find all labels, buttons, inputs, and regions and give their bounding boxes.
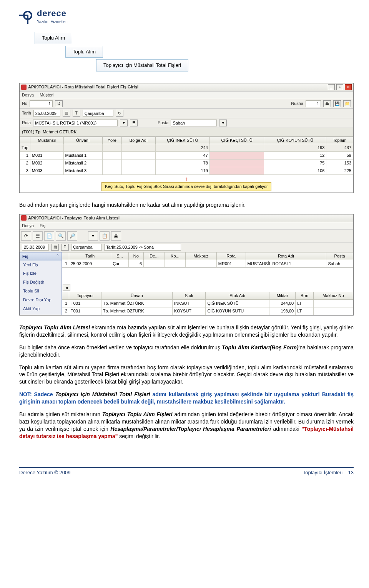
col-keci[interactable]: ÇİĞ KEÇİ SÜTÜ [209, 136, 264, 144]
menu-dosya[interactable]: Dosya [22, 93, 34, 97]
footer-right: Toplayıcı İşlemleri – 13 [303, 469, 354, 476]
cell-top-koyun: 193 [264, 144, 326, 152]
mustahsil-table: Müstahsil Ünvanı Yöre Bölge Adı ÇİĞ İNEK… [20, 136, 353, 175]
col-rotaadi[interactable]: Rota Adı [246, 252, 326, 260]
table-row[interactable]: 1 25.03.2009 Çar 6 MR001 MÜSTAHSİL ROTAS… [62, 260, 353, 267]
field-posta[interactable]: Sabah [171, 120, 217, 126]
folder-button[interactable]: 📁 [343, 100, 351, 107]
breadcrumb-l3[interactable]: Toplayıcı için Müstahsil Total Fişleri [96, 59, 188, 71]
paragraph-1: Bu adımdan yapılan girişlerde hangi müst… [19, 201, 354, 209]
col-koyun[interactable]: ÇİĞ KOYUN SÜTÜ [264, 136, 326, 144]
dropdown-icon[interactable]: ▼ [120, 120, 128, 126]
sidebar-link[interactable]: Devre Dışı Yap [20, 296, 62, 304]
label-tarih: Tarih [22, 110, 31, 116]
paragraph-6: Bu adımla girilen süt miktarlarının Topl… [19, 411, 354, 440]
col-bolge[interactable]: Bölge Adı [122, 136, 156, 144]
scroll-left-icon[interactable]: ◄ [63, 284, 70, 291]
col-unvani[interactable]: Ünvanı [63, 136, 102, 144]
button-t[interactable]: T [61, 244, 69, 251]
logo-icon [19, 8, 35, 24]
col-makbuzno[interactable]: Makbuz No [313, 292, 353, 300]
window-title: AP09TOPLAYICI - Rota Müstahsil Total Fiş… [28, 84, 326, 90]
col-s[interactable]: S... [111, 252, 129, 260]
sidebar-link[interactable]: Aktif Yap [20, 304, 62, 313]
col-rota[interactable]: Rota [216, 252, 246, 260]
col-miktar[interactable]: Miktar [269, 292, 296, 300]
field-nusha[interactable]: 1 [306, 100, 321, 107]
paragraph-4: Toplu alım kartları süt alımını yapan fi… [19, 364, 354, 386]
col-ko[interactable]: Ko... [165, 252, 185, 260]
col-de[interactable]: De... [144, 252, 165, 260]
window-alim-listesi: AP09TOPLAYICI - Toplayıcı Toplu Alım Lis… [19, 214, 354, 316]
field-no[interactable]: 1 [30, 100, 53, 107]
menu-fis[interactable]: Fiş [40, 223, 45, 228]
table-row[interactable]: 1T001Tp. Mehmet ÖZTÜRKINKSUTÇİĞ İNEK SÜT… [62, 300, 353, 307]
field-tarih[interactable]: 25.03.2009 [22, 244, 49, 251]
calendar-button[interactable]: ▤ [51, 244, 59, 251]
save-button[interactable]: 💾 [333, 100, 341, 107]
sidebar-link[interactable]: Toplu Sil [20, 287, 62, 296]
table-row[interactable]: 1M001Müstahsil 1471259 [20, 152, 353, 159]
tool-icon[interactable]: ▼ [88, 231, 98, 241]
cell-top-inek: 244 [155, 144, 209, 152]
logo: derece Yazılım Hizmetleri [19, 8, 354, 24]
col-stokadi[interactable]: Stok Adı [206, 292, 269, 300]
list-button[interactable]: ≣ [130, 120, 138, 126]
col-stok[interactable]: Stok [172, 292, 206, 300]
tool-icon[interactable]: ⟳ [21, 231, 31, 241]
app-icon [21, 85, 27, 90]
tool-icon[interactable]: 🖶 [111, 231, 121, 241]
paragraph-3: Bu bilgiler daha önce ekran örnekleri ve… [19, 344, 354, 359]
arrow-up-icon: ↑ [185, 176, 188, 182]
sidebar-link[interactable]: Yeni Fiş [20, 261, 62, 269]
sidebar-head: Fiş [22, 254, 28, 259]
field-tarih[interactable]: 25.03.2009 [33, 110, 60, 117]
minimize-button[interactable]: _ [328, 84, 335, 90]
col-toplayici[interactable]: Toplayıcı [69, 292, 101, 300]
calendar-button[interactable]: ▤ [63, 110, 70, 117]
tool-icon[interactable]: ☰ [33, 231, 43, 241]
close-button[interactable]: ✕ [345, 84, 352, 90]
menu-dosya[interactable]: Dosya [22, 223, 34, 228]
col-makbuz[interactable]: Makbuz [185, 252, 216, 260]
tool-icon[interactable]: 🔎 [67, 231, 77, 241]
col-toplam[interactable]: Toplam [326, 136, 353, 144]
sidebar-link[interactable]: Fiş Değiştir [20, 278, 62, 287]
col-yore[interactable]: Yöre [102, 136, 121, 144]
breadcrumb: Toplu Alım Toplu Alım Toplayıcı için Müs… [35, 32, 354, 71]
cell-top-toplam: 437 [326, 144, 353, 152]
brand-name: derece [37, 8, 68, 19]
print-button[interactable]: 🖶 [323, 100, 331, 107]
field-rota[interactable]: MÜSTAHSİL ROTASI 1 (MR001) [33, 120, 118, 126]
footer-left: Derece Yazılım © 2009 [19, 469, 70, 476]
field-range: Tarih:25.03.2009 -> Sona [104, 244, 181, 251]
button-d[interactable]: D [55, 100, 63, 107]
col-unvan[interactable]: Ünvan [101, 292, 172, 300]
col-posta[interactable]: Posta [326, 252, 353, 260]
fis-table: Tarih S... No De... Ko... Makbuz Rota Ro… [62, 252, 353, 268]
chevron-icon[interactable]: ⌃ [56, 254, 59, 258]
breadcrumb-l1[interactable]: Toplu Alım [35, 32, 72, 44]
refresh-icon[interactable]: ⟳ [116, 110, 123, 117]
button-t[interactable]: T [73, 110, 80, 117]
table-row[interactable]: 3M003Müstahsil 3119106225 [20, 167, 353, 174]
tool-icon[interactable]: 📋 [100, 231, 110, 241]
col-mustahsil[interactable]: Müstahsil [30, 136, 63, 144]
col-inek[interactable]: ÇİĞ İNEK SÜTÜ [155, 136, 209, 144]
window-title: AP09TOPLAYICI - Toplayıcı Toplu Alım Lis… [28, 215, 352, 221]
breadcrumb-l2[interactable]: Toplu Alım [65, 46, 103, 58]
tool-icon[interactable]: 🔍 [56, 231, 66, 241]
table-row[interactable]: 2M002Müstahsil 27875153 [20, 159, 353, 167]
restore-button[interactable]: ▫ [336, 84, 343, 90]
label-nusha: Nüsha [291, 101, 303, 106]
field-gun: Çarşamba [71, 244, 102, 251]
table-row[interactable]: 2T001Tp. Mehmet ÖZTÜRKKOYSUTÇİĞ KOYUN SÜ… [62, 307, 353, 315]
sidebar-link[interactable]: Fiş İzle [20, 269, 62, 278]
col-brm[interactable]: Brm [296, 292, 314, 300]
col-no[interactable]: No [128, 252, 143, 260]
label-posta: Posta [158, 120, 168, 126]
tool-icon[interactable]: 📄 [44, 231, 54, 241]
col-tarih[interactable]: Tarih [69, 252, 111, 260]
menu-musteri[interactable]: Müşteri [40, 93, 53, 97]
dropdown-icon[interactable]: ▼ [219, 120, 227, 126]
